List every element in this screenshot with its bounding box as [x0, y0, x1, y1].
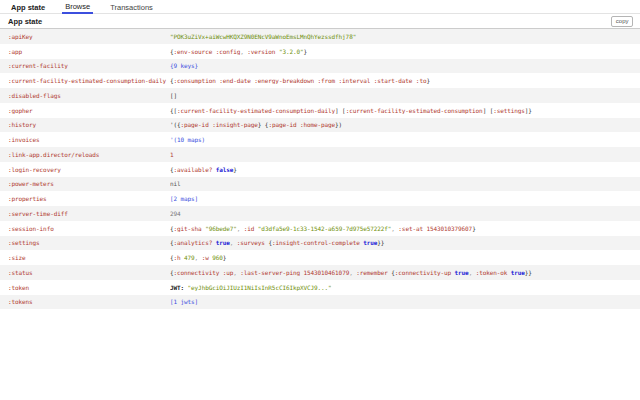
value-segment: ]}: [525, 107, 532, 114]
row-key: :current-facility-estimated-consumption-…: [0, 77, 170, 84]
value-segment: "3.2.0": [279, 48, 304, 55]
value-link[interactable]: {9 keys}: [170, 62, 198, 69]
state-table: :apiKey"POK3uZiVx+aiWcwHKQXZ9N0ENcV9aWno…: [0, 29, 640, 309]
value-segment: ,: [469, 269, 476, 276]
value-segment: true: [216, 239, 230, 246]
value-segment: :w: [202, 254, 213, 261]
row-key: :app: [0, 48, 170, 55]
value-segment: :h: [174, 254, 185, 261]
row-key: :server-time-diff: [0, 210, 170, 217]
value-segment: } {: [258, 121, 269, 128]
value-link[interactable]: [1 jwts]: [170, 298, 198, 305]
value-segment: :token-ok: [476, 269, 511, 276]
panel-header: App state copy: [0, 14, 640, 29]
table-row: :tokens[1 jwts]: [0, 295, 640, 310]
row-value: "POK3uZiVx+aiWcwHKQXZ9N0ENcV9aWnoEmsLMnQ…: [170, 33, 640, 40]
tab-browse[interactable]: Browse: [62, 0, 93, 14]
value-segment: }}: [525, 269, 532, 276]
value-segment: }): [335, 121, 342, 128]
value-segment: false: [216, 166, 234, 173]
value-segment: }: [426, 77, 430, 84]
tab-transactions[interactable]: Transactions: [107, 1, 156, 14]
page-title: App state: [8, 17, 42, 26]
value-segment: true: [363, 239, 377, 246]
value-segment: "POK3uZiVx+aiWcwHKQXZ9N0ENcV9aWnoEmsLMnQ…: [170, 33, 356, 40]
value-segment: JWT:: [170, 284, 184, 291]
row-key: :apiKey: [0, 33, 170, 40]
value-segment: '({: [170, 121, 181, 128]
value-segment: :insight-control-complete: [272, 239, 363, 246]
row-value: '({:page-id :insight-page} {:page-id :ho…: [170, 121, 640, 128]
row-key: :token: [0, 284, 170, 291]
value-segment: ] [: [335, 107, 346, 114]
row-value: [1 jwts]: [170, 298, 640, 305]
row-value: 1: [170, 151, 640, 158]
value-segment: :set-at: [398, 225, 426, 232]
value-segment: "d3dfa5e9-1c33-1542-a659-7d975e57222f": [258, 225, 391, 232]
value-segment: true: [511, 269, 525, 276]
row-key: :history: [0, 121, 170, 128]
row-value: {:connectivity :up, :last-server-ping 15…: [170, 269, 640, 276]
table-row: :apiKey"POK3uZiVx+aiWcwHKQXZ9N0ENcV9aWno…: [0, 29, 640, 44]
row-key: :power-meters: [0, 180, 170, 187]
app-state-inspector: App stateBrowseTransactions App state co…: [0, 0, 640, 400]
value-segment: :last-server-ping: [240, 269, 303, 276]
row-value: {9 keys}: [170, 62, 640, 69]
table-row: :disabled-flags[]: [0, 88, 640, 103]
value-link[interactable]: '(10 maps): [170, 136, 205, 143]
row-key: :current-facility: [0, 62, 170, 69]
table-row: :session-info{:git-sha "96bede7", :id "d…: [0, 221, 640, 236]
row-value: '(10 maps): [170, 136, 640, 143]
table-row: :gopher{[:current-facility-estimated-con…: [0, 103, 640, 118]
value-segment: 960: [212, 254, 223, 261]
value-segment: "96bede7": [205, 225, 237, 232]
value-segment: ] [: [483, 107, 494, 114]
value-segment: "eyJhbGciOiJIUzI1NiIsInR5cCI6IkpXVCJ9...…: [188, 284, 332, 291]
value-segment: :id: [244, 225, 258, 232]
value-segment: 1: [170, 151, 174, 158]
value-segment: :git-sha: [174, 225, 206, 232]
value-segment: :page-id :home-page: [268, 121, 335, 128]
row-value: {:env-source :config, :version "3.2.0"}: [170, 48, 640, 55]
row-value: {:analytics? true, :surveys {:insight-co…: [170, 239, 640, 246]
row-value: {[:current-facility-estimated-consumptio…: [170, 107, 640, 114]
table-row: :login-recovery{:available? false}: [0, 162, 640, 177]
tab-app-state[interactable]: App state: [8, 1, 48, 14]
table-row: :server-time-diff294: [0, 206, 640, 221]
value-segment: 1543010379607: [426, 225, 472, 232]
row-value: {:git-sha "96bede7", :id "d3dfa5e9-1c33-…: [170, 225, 640, 232]
copy-button[interactable]: copy: [611, 16, 633, 27]
row-value: {:h 479, :w 960}: [170, 254, 640, 261]
value-segment: true: [455, 269, 469, 276]
row-value: [2 maps]: [170, 195, 640, 202]
value-segment: }: [223, 254, 227, 261]
table-row: :history'({:page-id :insight-page} {:pag…: [0, 118, 640, 133]
table-row: :size{:h 479, :w 960}: [0, 250, 640, 265]
value-segment: :remember: [356, 269, 391, 276]
value-segment: :version: [247, 48, 279, 55]
table-row: :properties[2 maps]: [0, 191, 640, 206]
value-segment: }: [304, 48, 308, 55]
value-segment: :consumption :end-date :energy-breakdown…: [174, 77, 427, 84]
row-value: {:consumption :end-date :energy-breakdow…: [170, 77, 640, 84]
row-value: 294: [170, 210, 640, 217]
table-row: :status{:connectivity :up, :last-server-…: [0, 265, 640, 280]
tab-bar: App stateBrowseTransactions: [0, 0, 640, 14]
value-segment: ,: [195, 254, 202, 261]
value-segment: :current-facility-estimated-consumption-…: [177, 107, 335, 114]
table-row: :tokenJWT: "eyJhbGciOiJIUzI1NiIsInR5cCI6…: [0, 280, 640, 295]
row-value: nil: [170, 180, 640, 187]
table-row: :settings{:analytics? true, :surveys {:i…: [0, 236, 640, 251]
row-key: :invoices: [0, 136, 170, 143]
table-row: :link-app.director/reloads1: [0, 147, 640, 162]
row-value: {:available? false}: [170, 166, 640, 173]
value-segment: :env-source :config: [174, 48, 241, 55]
table-row: :current-facility-estimated-consumption-…: [0, 73, 640, 88]
row-key: :size: [0, 254, 170, 261]
table-row: :invoices'(10 maps): [0, 132, 640, 147]
value-link[interactable]: [2 maps]: [170, 195, 198, 202]
value-segment: }: [233, 166, 237, 173]
row-key: :session-info: [0, 225, 170, 232]
value-segment: ,: [230, 239, 237, 246]
row-value: JWT: "eyJhbGciOiJIUzI1NiIsInR5cCI6IkpXVC…: [170, 284, 640, 291]
